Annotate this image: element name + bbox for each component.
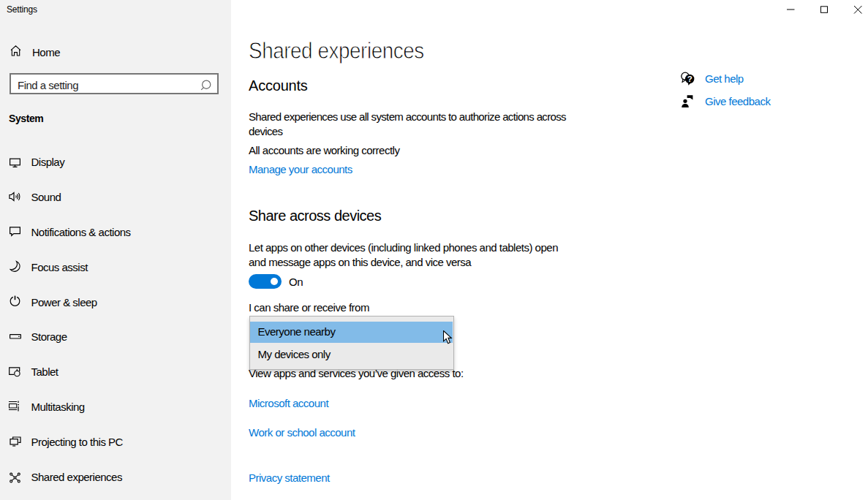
svg-text:?: ?	[687, 75, 692, 83]
